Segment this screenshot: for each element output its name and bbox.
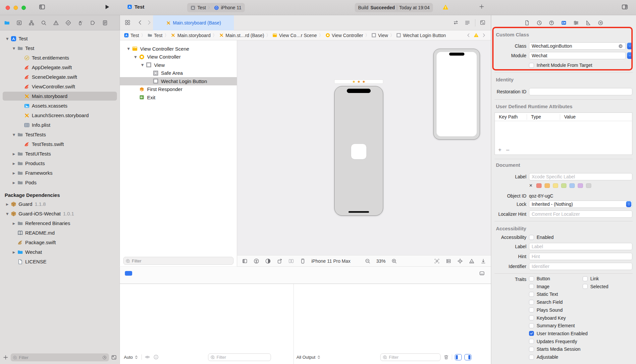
add-file-icon[interactable] xyxy=(3,354,9,360)
variables-filter-input[interactable] xyxy=(217,355,269,360)
test-navigator-tab-icon[interactable] xyxy=(65,20,71,26)
trait-checkbox-user-interaction-enabled[interactable] xyxy=(529,331,534,336)
clear-console-trash-icon[interactable] xyxy=(443,354,449,360)
file-row-referenced-binaries[interactable]: ▸Referenced Binaries xyxy=(0,218,120,228)
trait-checkbox-plays-sound[interactable] xyxy=(529,307,534,312)
document-color-swatch-0[interactable] xyxy=(536,183,542,188)
run-button[interactable] xyxy=(104,4,110,10)
forward-icon[interactable] xyxy=(146,20,152,25)
file-row-test[interactable]: ▾Test xyxy=(0,34,120,43)
file-row-wechat[interactable]: ▸Wechat xyxy=(0,247,120,257)
disclosure-down-icon[interactable]: ▾ xyxy=(127,46,131,52)
disclosure-down-icon[interactable]: ▾ xyxy=(5,36,9,42)
trait-checkbox-starts-media-session[interactable] xyxy=(529,347,534,352)
device-bezels-toggle-icon[interactable] xyxy=(479,270,485,276)
appearance-toggle-icon[interactable] xyxy=(265,258,271,264)
file-inspector-tab-icon[interactable] xyxy=(524,20,530,26)
file-row-scenedelegate-swift[interactable]: SceneDelegate.swift xyxy=(0,72,120,82)
module-dropdown-stepper[interactable] xyxy=(627,52,633,59)
trait-checkbox-search-field[interactable] xyxy=(529,300,534,305)
jumpbar-item[interactable]: Wechat Login Button xyxy=(396,33,446,38)
console-filter-input[interactable] xyxy=(389,355,438,360)
accessibility-identifier-field[interactable]: Identifier xyxy=(529,263,632,270)
recent-files-clock-icon[interactable] xyxy=(102,355,107,360)
warning-badge-icon[interactable] xyxy=(443,4,449,10)
new-tab-button[interactable] xyxy=(479,4,485,10)
trait-checkbox-selected[interactable] xyxy=(583,284,588,289)
trait-checkbox-summary-element[interactable] xyxy=(529,323,534,328)
zoom-window-button[interactable] xyxy=(22,6,26,10)
secondary-device-preview[interactable] xyxy=(433,49,480,140)
accessibility-enabled-checkbox[interactable] xyxy=(529,235,534,240)
jumpbar-item[interactable]: Main.st…rd (Base) xyxy=(219,33,264,38)
scene-dock[interactable] xyxy=(334,79,383,84)
history-inspector-tab-icon[interactable] xyxy=(536,20,542,26)
disclosure-down-icon[interactable]: ▾ xyxy=(133,54,137,60)
outline-row-view-controller-scene[interactable]: ▾View Controller Scene xyxy=(120,45,237,53)
localizer-hint-field[interactable]: Comment For Localizer xyxy=(529,210,632,218)
breakpoint-toggle[interactable] xyxy=(125,271,132,276)
live-preview-icon[interactable] xyxy=(434,258,440,264)
navigator-filter-input[interactable] xyxy=(19,355,101,360)
file-row-readme-md[interactable]: README.md xyxy=(0,228,120,238)
trait-checkbox-adjustable[interactable] xyxy=(529,355,534,360)
code-review-icon[interactable] xyxy=(453,20,459,25)
identity-inspector-tab-icon[interactable] xyxy=(561,20,567,26)
remove-attribute-button[interactable]: – xyxy=(506,147,509,153)
wechat-login-button-view[interactable] xyxy=(351,144,366,159)
file-row-testtests[interactable]: ▾TestTests xyxy=(0,130,120,139)
source-control-tab-icon[interactable] xyxy=(16,20,22,26)
debug-pane-divider[interactable] xyxy=(293,284,294,364)
outline-row-safe-area[interactable]: Safe Area xyxy=(120,69,237,77)
file-row-frameworks[interactable]: ▸Frameworks xyxy=(0,168,120,178)
trait-checkbox-static-text[interactable] xyxy=(529,292,534,297)
lock-popup[interactable]: Inherited - (Nothing) xyxy=(529,201,632,208)
outline-toggle-icon[interactable] xyxy=(242,258,248,264)
jumpbar-item[interactable]: View Controller xyxy=(325,33,363,38)
outline-row-exit[interactable]: Exit xyxy=(120,93,237,102)
toggle-right-sidebar-icon[interactable] xyxy=(621,4,628,10)
issue-warning-icon[interactable] xyxy=(474,33,479,38)
document-color-swatch-4[interactable] xyxy=(569,183,575,188)
issue-previous-icon[interactable] xyxy=(466,33,471,38)
clear-color-button[interactable]: ✕ xyxy=(529,183,533,188)
back-icon[interactable] xyxy=(137,20,143,25)
debug-navigator-tab-icon[interactable] xyxy=(78,20,83,26)
console-scope-button[interactable]: All Output xyxy=(296,355,321,360)
connections-inspector-tab-icon[interactable] xyxy=(598,20,604,26)
trait-checkbox-link[interactable] xyxy=(583,276,588,281)
file-row-package-swift[interactable]: Package.swift xyxy=(0,238,120,247)
variables-scope-button[interactable]: Auto xyxy=(124,355,139,360)
outline-row-wechat-login-button[interactable]: Wechat Login Button xyxy=(120,77,237,85)
file-row-testuitests[interactable]: ▸TestUITests xyxy=(0,149,120,159)
document-color-swatch-2[interactable] xyxy=(553,183,558,188)
trait-checkbox-updates-frequently[interactable] xyxy=(529,339,534,344)
attributes-inspector-tab-icon[interactable] xyxy=(573,20,579,26)
file-row-guard[interactable]: ▸Guard1.1.8 xyxy=(0,199,120,209)
trait-checkbox-image[interactable] xyxy=(529,284,534,289)
navigator-filter-field[interactable] xyxy=(11,353,109,361)
outline-row-view[interactable]: ▾View xyxy=(120,61,237,69)
outline-row-first-responder[interactable]: 01First Responder xyxy=(120,85,237,94)
file-row-guard-ios-wechat[interactable]: ▾Guard-iOS-Wechat1.0.1 xyxy=(0,209,120,218)
file-row-pods[interactable]: ▸Pods xyxy=(0,178,120,187)
disclosure-right-icon[interactable]: ▸ xyxy=(12,249,16,255)
accessibility-hint-field[interactable]: Hint xyxy=(529,253,632,260)
activity-view[interactable]: Build Succeeded Today at 19:04 xyxy=(355,3,433,12)
orientation-icon[interactable] xyxy=(277,258,283,264)
symbol-navigator-tab-icon[interactable] xyxy=(28,20,34,26)
jumpbar-item[interactable]: Main.storyboard xyxy=(171,33,210,38)
issue-navigator-tab-icon[interactable] xyxy=(53,20,59,26)
storyboard-canvas[interactable] xyxy=(237,40,491,255)
file-row-info-plist[interactable]: Info.plist xyxy=(0,120,120,130)
document-color-swatch-1[interactable] xyxy=(545,183,550,188)
accessibility-label-field[interactable]: Label xyxy=(529,243,632,250)
file-row-assets-xcassets[interactable]: Assets.xcassets xyxy=(0,101,120,111)
scene-dock-dot-1[interactable] xyxy=(358,81,360,83)
tab-overview-icon[interactable] xyxy=(125,20,131,25)
add-constraints-icon[interactable] xyxy=(457,258,463,264)
scene-dock-dot-2[interactable] xyxy=(363,81,365,83)
jumpbar-item[interactable]: Test xyxy=(147,33,163,38)
update-frames-icon[interactable] xyxy=(480,258,486,264)
toggle-left-sidebar-icon[interactable] xyxy=(39,4,45,10)
